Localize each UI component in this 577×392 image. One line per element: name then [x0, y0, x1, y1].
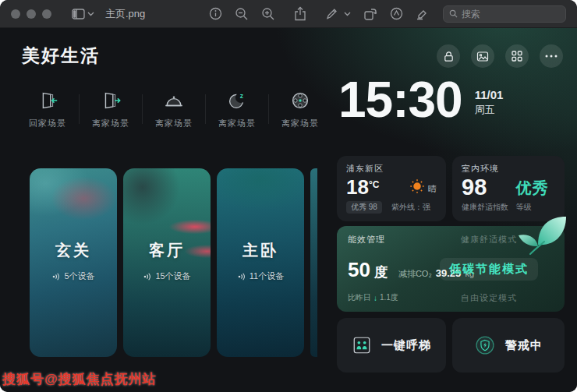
scene-label: 离家场景 [281, 118, 319, 129]
mode-option-custom[interactable]: 自由设定模式 [461, 292, 517, 304]
search-icon [449, 9, 458, 18]
clock-weekday: 周五 [475, 103, 504, 117]
svg-text:z: z [240, 92, 243, 100]
more-button[interactable] [540, 44, 563, 68]
sun-icon [409, 178, 426, 195]
room-name: 主卧 [242, 240, 278, 261]
door-exit-icon [99, 89, 122, 112]
toolbar [196, 6, 429, 21]
preview-window: 主页.png [0, 0, 577, 392]
door-enter-icon [36, 89, 59, 112]
device-count: 5个设备 [64, 270, 94, 282]
zoom-in-button[interactable] [261, 7, 275, 21]
watermark: 搜狐号@搜狐焦点抚州站 [2, 370, 157, 388]
scene-button-home[interactable]: 回家场景 [16, 89, 79, 129]
sidebar-icon [72, 9, 85, 19]
markup-chevron-button[interactable] [344, 12, 351, 16]
temperature: 18°C [346, 176, 379, 199]
room-card-partial[interactable] [310, 168, 317, 357]
rotate-button[interactable] [363, 7, 377, 21]
minimize-window-button[interactable] [27, 9, 36, 19]
scene-label: 离家场景 [155, 118, 193, 129]
clock: 15:30 11/01 周五 [338, 75, 503, 125]
scene-button-dining[interactable]: 离家场景 [143, 89, 205, 129]
weather-condition: 晴 [428, 183, 437, 195]
room-card-master-bedroom[interactable]: 主卧 11个设备 [217, 168, 304, 357]
room-card-livingroom[interactable]: 客厅 15个设备 [123, 168, 211, 357]
energy-usage-unit: 度 [374, 263, 388, 281]
grid-icon [512, 51, 522, 62]
elevator-call-button[interactable]: 一键呼梯 [337, 318, 446, 373]
photos-button[interactable] [471, 44, 494, 68]
devices-icon [51, 272, 61, 281]
zoom-window-button[interactable] [42, 9, 51, 19]
comfort-score-label: 健康舒适指数 [462, 202, 516, 213]
search-field[interactable] [443, 5, 566, 23]
titlebar: 主页.png [0, 0, 577, 28]
info-button[interactable] [209, 7, 222, 20]
devices-icon [143, 272, 152, 281]
energy-usage-value: 50 [348, 258, 370, 282]
page-title: 美好生活 [22, 44, 100, 68]
sidebar-toggle-button[interactable] [72, 9, 94, 19]
weather-district: 浦东新区 [346, 163, 437, 175]
share-button[interactable] [294, 6, 306, 21]
search-input[interactable] [462, 9, 560, 19]
scene-button-sleep[interactable]: z 离家场景 [206, 89, 268, 129]
down-arrow-icon: ↓ [373, 294, 377, 302]
clock-date: 11/01 [475, 88, 504, 101]
usage-comparison: 比昨日 ↓ 1.1度 [348, 292, 398, 303]
lock-button[interactable] [437, 44, 460, 68]
comfort-score: 98 [462, 175, 516, 199]
leaf-decoration-icon [508, 215, 568, 256]
scene-label: 回家场景 [29, 118, 66, 129]
shield-icon [474, 334, 496, 356]
room-card-carousel: 玄关 5个设备 客厅 15个设备 主卧 [30, 168, 317, 357]
sleep-moon-icon: z [225, 89, 249, 112]
elevator-icon [352, 335, 372, 355]
energy-management-card[interactable]: 能效管理 50 度 减排CO₂ 39.25 kg 比昨日 ↓ 1.1度 健康舒适… [337, 226, 565, 312]
room-name: 客厅 [149, 240, 185, 261]
markup-pencil-button[interactable] [325, 7, 338, 20]
apps-grid-button[interactable] [505, 44, 529, 68]
scene-label: 离家场景 [218, 118, 256, 129]
indoor-environment-card[interactable]: 室内环境 98 优秀 健康舒适指数 等级 [452, 156, 565, 221]
movie-reel-icon [288, 89, 312, 112]
scene-row: 回家场景 离家场景 离家场景 z 离家场景 [16, 84, 331, 134]
air-quality-badge: 优秀 98 [346, 201, 382, 214]
devices-icon [237, 272, 246, 281]
document-title: 主页.png [105, 7, 145, 21]
scene-button-away[interactable]: 离家场景 [80, 89, 142, 129]
device-count: 11个设备 [250, 270, 284, 282]
indoor-title: 室内环境 [462, 163, 555, 175]
photo-icon [476, 51, 489, 62]
highlighter-button[interactable] [416, 7, 429, 20]
more-dots-icon [545, 55, 558, 58]
zoom-out-button[interactable] [235, 7, 249, 21]
room-name: 玄关 [55, 240, 91, 261]
chevron-down-icon [87, 12, 94, 16]
weather-card[interactable]: 浦东新区 18°C 晴 优秀 98 紫外线：强 [337, 156, 446, 221]
device-count: 15个设备 [155, 270, 190, 282]
dining-cloche-icon [162, 89, 186, 112]
comfort-grade: 优秀 [516, 178, 555, 199]
security-status-button[interactable]: 警戒中 [452, 318, 565, 373]
elevator-label: 一键呼梯 [381, 338, 431, 353]
header-buttons [437, 44, 563, 68]
markup-tool-icon[interactable] [390, 7, 403, 20]
scene-label: 离家场景 [92, 118, 129, 129]
traffic-lights [11, 9, 51, 19]
mode-option-low-carbon[interactable]: 低碳节能模式 [440, 258, 538, 281]
security-label: 警戒中 [505, 338, 543, 353]
uv-index: 紫外线：强 [391, 202, 430, 213]
scene-button-movie[interactable]: 离家场景 [269, 89, 331, 129]
room-card-entrance[interactable]: 玄关 5个设备 [30, 168, 117, 357]
lock-icon [443, 51, 455, 62]
close-window-button[interactable] [11, 9, 20, 19]
comfort-grade-label: 等级 [516, 202, 555, 213]
clock-time: 15:30 [338, 75, 462, 125]
smart-home-dashboard: 美好生活 [0, 28, 577, 392]
